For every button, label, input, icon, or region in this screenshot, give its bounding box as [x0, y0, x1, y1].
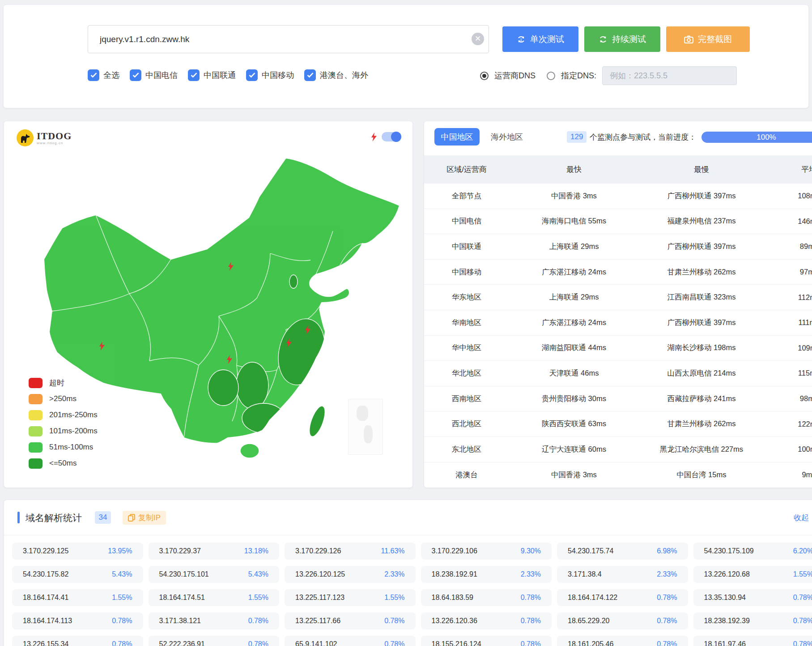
checkbox-item-3[interactable]: 中国移动 — [246, 69, 294, 81]
ip-percent: 2.33% — [657, 570, 677, 578]
checkbox-check-icon — [88, 69, 99, 81]
clear-input-icon[interactable]: ✕ — [472, 33, 484, 45]
checkbox-item-2[interactable]: 中国联通 — [188, 69, 236, 81]
ip-address: 3.170.229.126 — [295, 547, 341, 555]
result-cell: 甘肃兰州移动 262ms — [639, 419, 764, 429]
map-tools — [371, 132, 401, 141]
ip-stat-cell: 18.155.216.1240.78% — [421, 636, 552, 646]
screenshot-button[interactable]: 完整截图 — [666, 26, 750, 52]
header-region: 区域/运营商 — [424, 164, 509, 175]
taiwan-island[interactable] — [306, 404, 328, 439]
ip-percent: 6.20% — [793, 547, 812, 555]
carrier-dns-label: 运营商DNS — [494, 70, 536, 81]
continuous-test-label: 持续测试 — [612, 34, 646, 45]
header-slowest: 最慢 — [639, 164, 764, 175]
ip-stat-cell: 18.164.174.411.55% — [12, 589, 143, 606]
result-cell: 甘肃兰州移动 262ms — [639, 267, 764, 277]
tab-china-region[interactable]: 中国地区 — [434, 128, 480, 145]
result-cell: 中国台湾 15ms — [639, 470, 764, 480]
ip-address: 13.225.117.66 — [295, 617, 340, 625]
ip-percent: 0.78% — [657, 640, 677, 646]
ip-percent: 0.78% — [657, 594, 677, 602]
hainan-island[interactable] — [240, 444, 259, 458]
checkbox-label: 中国移动 — [262, 70, 294, 81]
checkbox-item-4[interactable]: 港澳台、海外 — [304, 69, 368, 81]
ip-percent: 13.95% — [108, 547, 132, 555]
checkbox-label: 港澳台、海外 — [320, 70, 368, 81]
camera-icon — [684, 35, 693, 43]
legend-label: <=50ms — [49, 459, 77, 468]
custom-dns-label: 指定DNS: — [561, 70, 596, 81]
ip-address: 13.226.120.68 — [704, 570, 750, 578]
checkbox-check-icon — [188, 69, 200, 81]
ip-address: 65.9.141.102 — [295, 640, 337, 646]
result-cell: 西藏拉萨移动 241ms — [639, 394, 764, 404]
tab-overseas-region[interactable]: 海外地区 — [487, 128, 527, 145]
legend-item: 51ms-100ms — [29, 439, 98, 455]
ip-stat-cell: 13.35.130.940.78% — [693, 589, 812, 606]
ip-address: 13.225.117.123 — [295, 594, 344, 602]
ip-stat-cell: 18.161.97.460.78% — [693, 636, 812, 646]
ip-stat-cell: 13.226.120.360.78% — [421, 612, 552, 629]
checkbox-check-icon — [246, 69, 258, 81]
ip-stat-cell: 3.171.38.1210.78% — [149, 612, 280, 629]
single-test-button[interactable]: 1 单次测试 — [502, 26, 578, 52]
checkbox-item-0[interactable]: 全选 — [88, 69, 119, 81]
ip-percent: 5.43% — [248, 570, 268, 578]
refresh-once-icon: 1 — [517, 35, 526, 44]
ip-stat-cell: 18.164.174.511.55% — [149, 589, 280, 606]
south-china-sea-inset — [348, 399, 383, 455]
legend-item: >250ms — [29, 391, 98, 407]
ip-stat-cell: 54.230.175.825.43% — [12, 566, 143, 583]
monitor-count-badge: 129 — [567, 131, 587, 143]
legend-swatch — [29, 394, 43, 404]
result-cell: 109ms — [764, 344, 812, 352]
custom-dns-radio[interactable] — [547, 72, 555, 80]
checkbox-label: 中国联通 — [204, 70, 236, 81]
result-cell: 89ms — [764, 242, 812, 251]
checkbox-item-1[interactable]: 中国电信 — [130, 69, 178, 81]
result-cell: 146ms — [764, 217, 812, 226]
legend-label: 51ms-100ms — [49, 443, 93, 452]
legend-swatch — [29, 378, 43, 388]
legend-label: >250ms — [49, 394, 77, 403]
result-table-body: 全部节点中国香港 3ms广西柳州联通 397ms108ms中国电信海南海口电信 … — [424, 184, 812, 488]
copy-ip-button[interactable]: 复制IP — [123, 511, 166, 525]
result-cell: 福建泉州电信 237ms — [639, 216, 764, 226]
result-row: 港澳台中国香港 3ms中国台湾 15ms9ms — [424, 462, 812, 488]
ip-address: 3.171.38.121 — [159, 617, 201, 625]
result-cell: 华东地区 — [424, 292, 509, 302]
ip-stat-cell: 18.64.183.590.78% — [421, 589, 552, 606]
logo-subtitle: www.itdog.cn — [37, 141, 72, 145]
china-map-card: ITDOG www.itdog.cn — [4, 121, 412, 488]
ip-address: 18.164.174.41 — [23, 594, 68, 602]
ip-stat-cell: 54.230.175.1096.20% — [693, 543, 812, 560]
ip-stat-cell: 18.164.174.1220.78% — [557, 589, 688, 606]
legend-swatch — [29, 458, 43, 469]
checkbox-label: 中国电信 — [145, 70, 178, 81]
stats-title: 域名解析统计 — [26, 512, 82, 524]
result-cell: 华南地区 — [424, 318, 509, 328]
result-row: 华北地区天津联通 46ms山西太原电信 214ms115ms — [424, 361, 812, 386]
ip-stat-cell: 18.161.205.460.78% — [557, 636, 688, 646]
ip-address: 18.238.192.39 — [704, 617, 750, 625]
collapse-link[interactable]: 收起 — [794, 513, 809, 523]
host-input[interactable] — [88, 25, 489, 53]
ip-percent: 0.78% — [112, 640, 132, 646]
result-cell: 全部节点 — [424, 191, 509, 201]
test-control-card: ✕ 1 单次测试 持续测试 完整截图 — [4, 5, 808, 108]
ip-address: 13.226.120.36 — [432, 617, 477, 625]
result-cell: 中国移动 — [424, 267, 509, 277]
map-bolt-toggle[interactable] — [382, 132, 401, 141]
ip-percent: 2.33% — [384, 570, 404, 578]
result-cell: 湖南益阳联通 44ms — [509, 343, 639, 353]
custom-dns-input[interactable] — [602, 66, 737, 85]
dns-option-row: 运营商DNS 指定DNS: — [480, 66, 737, 85]
continuous-test-button[interactable]: 持续测试 — [584, 26, 660, 52]
result-row: 华南地区广东湛江移动 24ms广西柳州联通 397ms111ms — [424, 310, 812, 336]
result-cell: 100ms — [764, 445, 812, 453]
carrier-dns-radio[interactable] — [480, 72, 489, 80]
ip-stat-cell: 3.170.229.12513.95% — [12, 543, 143, 560]
result-cell: 112ms — [764, 293, 812, 302]
ip-percent: 1.55% — [793, 570, 812, 578]
